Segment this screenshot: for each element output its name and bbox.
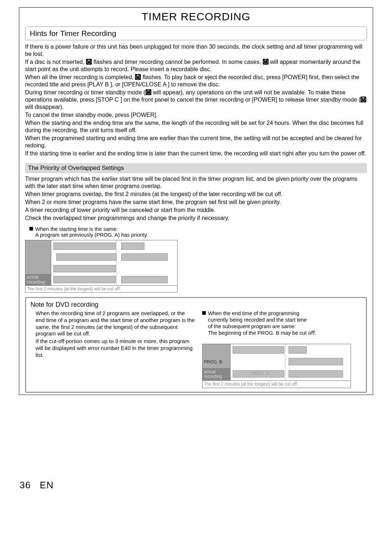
page-title: TIMER RECORDING xyxy=(19,11,373,23)
timer-icon xyxy=(360,97,366,102)
square-bullet-icon xyxy=(29,227,33,231)
dvd-heading: Note for DVD recording xyxy=(30,301,362,309)
priority-bullet: When the starting time is the same: A pr… xyxy=(29,226,373,238)
dvd-right-col: When the end time of the programming cur… xyxy=(202,310,362,388)
priority-p5: Check the overlapped timer programmings … xyxy=(25,215,367,222)
priority-body: Timer program which has the earlier star… xyxy=(25,175,367,222)
hints-body: If there is a power failure or this unit… xyxy=(25,43,367,157)
page: TIMER RECORDING Hints for Timer Recordin… xyxy=(0,0,392,554)
hints-p2: If a disc is not inserted, flashes and t… xyxy=(25,58,367,73)
hints-p3: When all the timer recording is complete… xyxy=(25,74,367,88)
priority-p2: When timer programs overlap, the first 2… xyxy=(25,191,367,198)
square-bullet-icon xyxy=(202,311,206,315)
priority-p4: A timer recording of lower priority will… xyxy=(25,207,367,214)
diagram2-footer: The ﬁrst 2 minutes (at the longest) will… xyxy=(203,380,351,388)
dvd-note-box: Note for DVD recording When the recordin… xyxy=(25,297,367,393)
timer-icon xyxy=(135,74,141,80)
priority-p3: When 2 or more timer programs have the s… xyxy=(25,199,367,206)
diagram-end-start-same: PROG. B actual recording xyxy=(202,344,351,388)
timer-icon xyxy=(86,59,92,65)
timer-icon xyxy=(263,59,269,65)
dvd-left-col: When the recording time of 2 programs ar… xyxy=(30,310,195,388)
hints-p5: To cancel the timer standby mode, press … xyxy=(25,111,367,119)
timer-icon xyxy=(146,89,151,95)
hints-p6: When the starting and the ending time ar… xyxy=(25,119,367,134)
hints-p1: If there is a power failure or this unit… xyxy=(25,43,367,58)
hints-p4: During timer recording or timer standby … xyxy=(25,89,367,111)
page-footer: 36 EN xyxy=(20,480,54,491)
content-frame: TIMER RECORDING Hints for Timer Recordin… xyxy=(19,7,373,395)
diagram1-footer: The ﬁrst 2 minutes (at the longest) will… xyxy=(25,285,177,292)
hints-heading: Hints for Timer Recording xyxy=(25,27,367,40)
hints-p7: When the programmed starting and ending … xyxy=(25,135,367,149)
priority-p1: Timer program which has the earlier star… xyxy=(25,175,367,190)
priority-heading: The Priority of Overlapped Settings xyxy=(25,163,367,173)
hints-p8: If the starting time is earlier and the … xyxy=(25,150,367,157)
diagram-same-start: actual recording The ﬁrst 2 minutes (at … xyxy=(25,240,177,293)
